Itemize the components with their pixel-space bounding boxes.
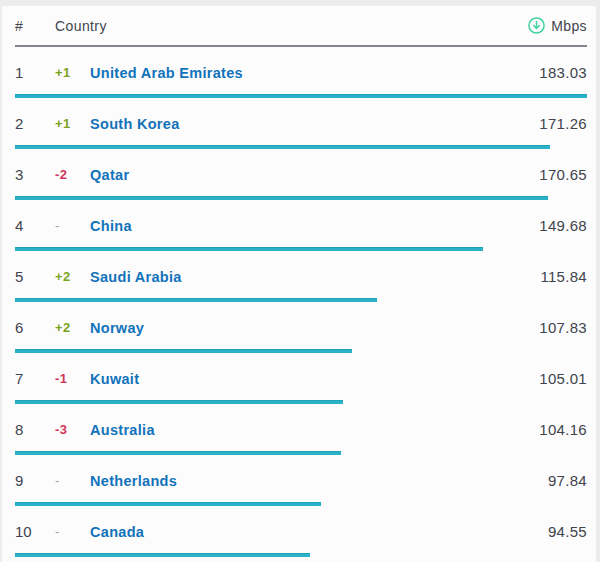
country-row[interactable]: 9 - Netherlands 97.84 — [15, 455, 587, 506]
table-header: # Country Mbps — [15, 6, 587, 47]
speed-value: 107.83 — [539, 319, 587, 336]
unit-label: Mbps — [551, 18, 587, 34]
speed-value: 149.68 — [539, 217, 587, 234]
speed-bar — [15, 553, 310, 557]
speed-value: 183.03 — [539, 64, 587, 81]
country-row[interactable]: 10 - Canada 94.55 — [15, 506, 587, 557]
rank-change: -3 — [55, 422, 90, 437]
country-column-header: Country — [55, 18, 528, 34]
speed-value: 105.01 — [539, 370, 587, 387]
speed-value: 171.26 — [539, 115, 587, 132]
country-link[interactable]: Qatar — [90, 167, 539, 183]
speed-value: 170.65 — [539, 166, 587, 183]
rank-change: -1 — [55, 371, 90, 386]
country-row[interactable]: 8 -3 Australia 104.16 — [15, 404, 587, 455]
rank-change: +1 — [55, 65, 90, 80]
rank-number: 10 — [15, 523, 55, 540]
country-link[interactable]: China — [90, 218, 539, 234]
rank-change: - — [55, 473, 90, 488]
rank-change: - — [55, 524, 90, 539]
country-row[interactable]: 6 +2 Norway 107.83 — [15, 302, 587, 353]
speed-value: 115.84 — [540, 268, 587, 285]
mbps-sort-header[interactable]: Mbps — [528, 17, 587, 34]
rank-number: 9 — [15, 472, 55, 489]
rank-number: 2 — [15, 115, 55, 132]
table-body: 1 +1 United Arab Emirates 183.03 2 +1 So… — [15, 47, 587, 557]
country-link[interactable]: South Korea — [90, 116, 539, 132]
speed-value: 97.84 — [548, 472, 587, 489]
country-row[interactable]: 5 +2 Saudi Arabia 115.84 — [15, 251, 587, 302]
rank-change: - — [55, 218, 90, 233]
country-link[interactable]: Kuwait — [90, 371, 539, 387]
rank-number: 6 — [15, 319, 55, 336]
rank-change: +2 — [55, 269, 90, 284]
rank-number: 8 — [15, 421, 55, 438]
rank-number: 1 — [15, 64, 55, 81]
rank-change: -2 — [55, 167, 90, 182]
country-link[interactable]: Norway — [90, 320, 539, 336]
speed-value: 104.16 — [539, 421, 587, 438]
country-row[interactable]: 3 -2 Qatar 170.65 — [15, 149, 587, 200]
country-link[interactable]: United Arab Emirates — [90, 65, 539, 81]
country-row[interactable]: 1 +1 United Arab Emirates 183.03 — [15, 47, 587, 98]
country-link[interactable]: Netherlands — [90, 473, 548, 489]
rank-number: 5 — [15, 268, 55, 285]
speed-value: 94.55 — [548, 523, 587, 540]
country-link[interactable]: Canada — [90, 524, 548, 540]
rank-change: +1 — [55, 116, 90, 131]
country-row[interactable]: 7 -1 Kuwait 105.01 — [15, 353, 587, 404]
country-row[interactable]: 2 +1 South Korea 171.26 — [15, 98, 587, 149]
rank-number: 3 — [15, 166, 55, 183]
country-link[interactable]: Saudi Arabia — [90, 269, 540, 285]
rank-number: 7 — [15, 370, 55, 387]
rank-column-header: # — [15, 18, 55, 34]
rank-number: 4 — [15, 217, 55, 234]
rank-change: +2 — [55, 320, 90, 335]
ranking-table: # Country Mbps 1 +1 United Arab Emirates… — [2, 6, 596, 562]
country-link[interactable]: Australia — [90, 422, 539, 438]
download-arrow-circle-icon — [528, 17, 545, 34]
country-row[interactable]: 4 - China 149.68 — [15, 200, 587, 251]
speed-ranking-page: # Country Mbps 1 +1 United Arab Emirates… — [0, 0, 600, 562]
